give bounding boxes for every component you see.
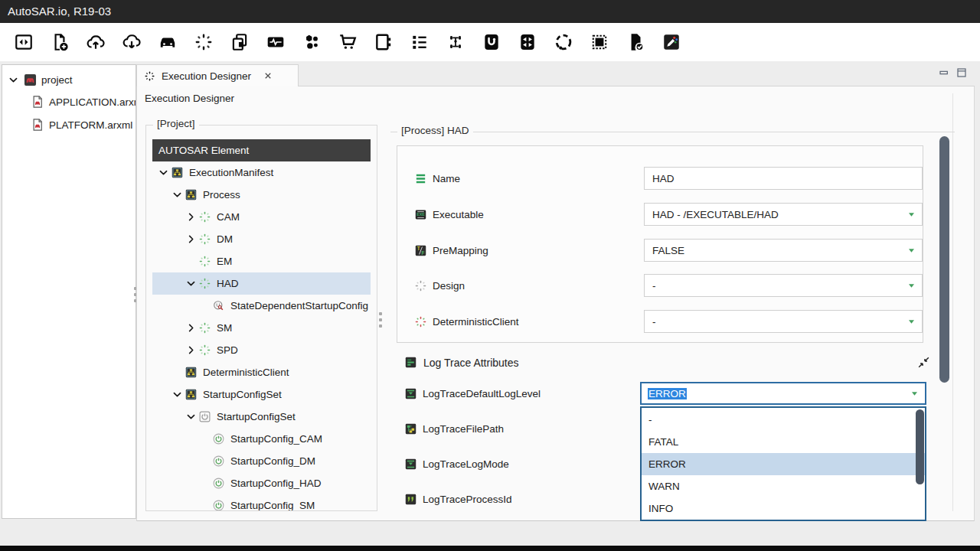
maximize-icon[interactable] — [956, 67, 968, 79]
tree-item-StartupConfig_SM[interactable]: StartupConfig_SM — [152, 494, 371, 510]
executable-combo[interactable]: HAD - /EXECUTABLE/HAD — [644, 203, 923, 226]
toolbar-button-file-check[interactable] — [625, 32, 645, 53]
log-field-LogTraceFilePath: LogTraceFilePath — [404, 417, 504, 440]
name-input[interactable]: HAD — [644, 167, 923, 190]
chevron-right-icon[interactable] — [185, 344, 197, 356]
tree-item-SPD[interactable]: SPD — [152, 339, 371, 361]
log-field-LogTraceProcessId: LogTraceProcessId — [404, 487, 512, 510]
toolbar-button-panel[interactable] — [13, 32, 34, 53]
power-green-icon — [212, 455, 225, 468]
toolbar-button-notebook[interactable] — [373, 32, 394, 53]
chevron-down-icon[interactable] — [172, 389, 183, 400]
tree-item-SM[interactable]: SM — [152, 317, 371, 339]
cloud-download-icon — [122, 32, 142, 52]
tree-item-StartupConfigSet[interactable]: StartupConfigSet — [152, 406, 371, 428]
field-row-Name: Name HAD — [397, 167, 923, 190]
tree-item-StartupConfig_HAD[interactable]: StartupConfig_HAD — [152, 472, 371, 494]
chevron-down-icon[interactable] — [172, 189, 183, 201]
process-green-icon — [198, 321, 211, 334]
bottom-edge-bar — [0, 546, 980, 551]
execution-designer-icon — [144, 70, 155, 82]
dropdown-option--[interactable]: - — [642, 409, 925, 431]
chevron-right-icon[interactable] — [185, 322, 197, 334]
new-file-icon — [50, 32, 70, 52]
project-file-APPLICATION.arxml[interactable]: APPLICATION.arxml — [2, 90, 136, 113]
combo-arrow-icon[interactable] — [910, 389, 920, 399]
tree-item-DeterministicClient[interactable]: DeterministicClient — [152, 361, 371, 383]
tree-group-label: [Project] — [153, 118, 199, 129]
toolbar-button-molecule[interactable] — [301, 32, 322, 53]
file-check-icon — [626, 32, 645, 52]
project-explorer-panel: project APPLICATION.arxml PLATFORM.arxml — [2, 64, 136, 519]
toolbar-button-cloud-download[interactable] — [121, 32, 142, 53]
tf-icon: TF — [414, 244, 427, 257]
power-green-icon — [212, 499, 225, 510]
toolbar-button-crosshair[interactable] — [553, 32, 573, 53]
cart-icon — [338, 32, 358, 52]
chassis-icon — [446, 32, 466, 52]
middle-sash-handle[interactable] — [379, 312, 382, 328]
tree-item-ExecutionManifest[interactable]: ExecutionManifest — [152, 161, 371, 184]
toolbar-button-car[interactable] — [157, 32, 178, 53]
power-green-icon — [212, 432, 225, 445]
process-green-icon — [198, 255, 211, 268]
manifest-icon — [185, 366, 198, 379]
dropdown-scrollbar-thumb[interactable] — [916, 409, 924, 484]
tree-item-EM[interactable]: EM — [152, 250, 371, 272]
tree-item-DM[interactable]: DM — [152, 228, 371, 250]
chevron-down-icon[interactable] — [185, 278, 197, 289]
dropdown-option-ERROR[interactable]: ERROR — [642, 453, 925, 475]
chevron-down-icon[interactable] — [8, 74, 19, 86]
combo-arrow-icon[interactable] — [906, 210, 916, 220]
dropdown-option-WARN[interactable]: WARN — [642, 475, 925, 497]
tree-item-Process[interactable]: Process — [152, 184, 371, 206]
process-green-icon — [198, 233, 211, 246]
state-config-icon — [212, 299, 225, 312]
premapping-combo[interactable]: FALSE — [644, 239, 923, 262]
chevron-right-icon[interactable] — [185, 233, 197, 245]
collapse-section-icon[interactable] — [916, 355, 931, 370]
tab-execution-designer[interactable]: Execution Designer — [136, 64, 299, 86]
editor-tab-strip: Execution Designer — [136, 64, 975, 86]
combo-arrow-icon[interactable] — [906, 246, 916, 256]
toolbar-button-chassis[interactable] — [445, 32, 466, 53]
window-title: AutoSAR.io, R19-03 — [8, 5, 111, 18]
tree-item-HAD[interactable]: HAD — [152, 272, 371, 295]
tree-item-StartupConfig_CAM[interactable]: StartupConfig_CAM — [152, 428, 371, 450]
tree-item-StartupConfig_DM[interactable]: StartupConfig_DM — [152, 450, 371, 472]
toolbar-button-new-file[interactable] — [49, 32, 70, 53]
project-file-PLATFORM.arxml[interactable]: PLATFORM.arxml — [2, 113, 136, 136]
combo-arrow-icon[interactable] — [906, 281, 916, 291]
toolbar-button-shield[interactable] — [481, 32, 501, 53]
toolbar-button-cloud-upload[interactable] — [85, 32, 106, 53]
toolbar-button-designer[interactable] — [661, 32, 681, 53]
combo-arrow-icon[interactable] — [906, 317, 916, 327]
tree-item-StateDependentStartupConfig[interactable]: StateDependentStartupConfig — [152, 295, 371, 317]
editor-scrollbar-thumb[interactable] — [939, 136, 949, 383]
toolbar-button-copy[interactable] — [229, 32, 250, 53]
chevron-down-icon[interactable] — [185, 411, 197, 422]
notebook-icon — [374, 32, 394, 52]
toolbar-button-process-spinner[interactable] — [193, 32, 214, 53]
dropdown-option-INFO[interactable]: INFO — [642, 497, 925, 520]
toolbar-button-checklist[interactable] — [409, 32, 430, 53]
tree-item-CAM[interactable]: CAM — [152, 206, 371, 228]
project-root-node[interactable]: project — [2, 69, 136, 90]
close-icon[interactable] — [263, 71, 273, 80]
minimize-icon[interactable] — [938, 67, 950, 79]
toolbar-button-chip[interactable] — [589, 32, 609, 53]
deterministicclient-combo[interactable]: - — [644, 310, 923, 333]
log-mode-icon — [404, 458, 417, 471]
chevron-down-icon[interactable] — [158, 167, 169, 178]
tree-item-StartupConfigSet[interactable]: StartupConfigSet — [152, 383, 371, 406]
toolbar-button-cart[interactable] — [337, 32, 358, 53]
toolbar-button-signal[interactable] — [265, 32, 286, 53]
chevron-right-icon[interactable] — [185, 211, 197, 223]
combo-selected-text: ERROR — [648, 388, 687, 399]
logtracedefaultloglevel-combo[interactable]: ERROR — [640, 382, 926, 405]
dropdown-option-FATAL[interactable]: FATAL — [642, 431, 925, 453]
design-combo[interactable]: - — [644, 274, 923, 297]
toolbar-button-arrows-out[interactable] — [517, 32, 537, 53]
log-trace-section-header: Log Trace Attributes — [404, 356, 519, 369]
loglevel-dropdown-list: -FATALERRORWARNINFO — [640, 406, 926, 521]
